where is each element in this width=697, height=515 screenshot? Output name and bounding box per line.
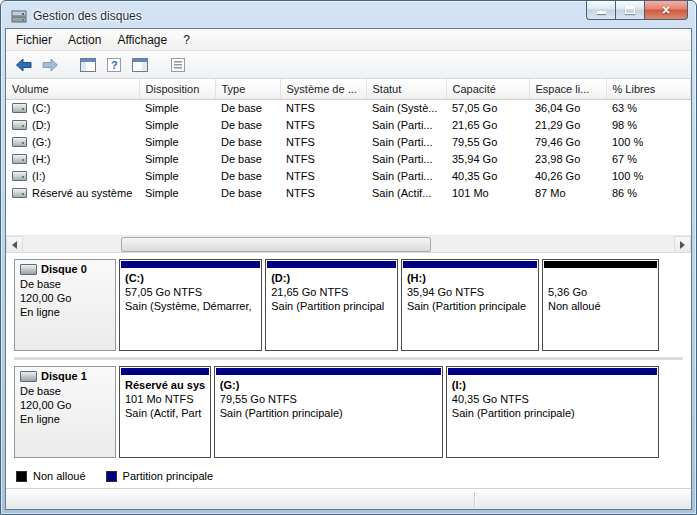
volume-cell: (I:) [6,167,139,184]
help-icon: ? [106,58,122,72]
forward-icon [41,58,59,72]
partition-color-band [121,368,209,375]
back-button[interactable] [12,53,36,77]
status-cell: Sain (Systè... [366,99,446,116]
volume-cell: Réservé au système [6,184,139,201]
disk-1-row: Disque 1 De base 120,00 Go En ligne Rése… [14,362,683,462]
export-list-button[interactable] [166,53,190,77]
percentfree-cell: 100 % [606,133,691,150]
filesystem-cell: NTFS [280,184,366,201]
close-icon: × [662,3,670,17]
volume-row-c[interactable]: (C:) Simple De base NTFS Sain (Systè... … [6,99,691,116]
disk-1-label[interactable]: Disque 1 De base 120,00 Go En ligne [14,366,116,458]
partition-system-reserved[interactable]: Réservé au sys 101 Mo NTFS Sain (Actif, … [119,366,211,458]
percentfree-cell: 100 % [606,167,691,184]
partition-color-band [403,261,537,268]
freespace-cell: 79,46 Go [529,133,606,150]
partition-size: 57,05 Go NTFS [125,285,256,299]
percentfree-cell: 98 % [606,116,691,133]
toolbar: ? [6,51,691,79]
capacity-cell: 40,35 Go [446,167,529,184]
partition-color-band [267,261,396,268]
partition-label: (H:) [407,271,533,285]
forward-button[interactable] [38,53,62,77]
status-bar [6,488,691,509]
window-controls: × [586,1,688,20]
volume-cell: (D:) [6,116,139,133]
type-cell: De base [215,116,280,133]
volume-row-h[interactable]: (H:) Simple De base NTFS Sain (Parti... … [6,150,691,167]
disk-icon [20,371,37,382]
partition-status: Sain (Partition principale) [452,406,653,420]
freespace-cell: 87 Mo [529,184,606,201]
partition-status: Sain (Partition principale) [220,406,437,420]
type-cell: De base [215,99,280,116]
close-button[interactable]: × [644,1,688,20]
menu-item-help[interactable]: ? [175,30,198,50]
app-icon [11,8,27,24]
partition-g[interactable]: (G:) 79,55 Go NTFS Sain (Partition princ… [214,366,443,458]
partition-d[interactable]: (D:) 21,65 Go NTFS Sain (Partition princ… [265,259,398,351]
capacity-cell: 101 Mo [446,184,529,201]
capacity-cell: 79,55 Go [446,133,529,150]
volume-cell: (H:) [6,150,139,167]
scroll-right-button[interactable] [674,236,691,253]
minimize-button[interactable] [586,1,615,20]
menu-item-action[interactable]: Action [60,30,109,50]
volume-row-g[interactable]: (G:) Simple De base NTFS Sain (Parti... … [6,133,691,150]
unallocated-swatch [16,471,27,482]
drive-icon [12,120,27,130]
partition-status: Sain (Actif, Part [125,406,205,420]
column-header-freespace[interactable]: Espace li... [529,79,606,99]
disk-0-label[interactable]: Disque 0 De base 120,00 Go En ligne [14,259,116,351]
column-header-percentfree[interactable]: % Libres [606,79,691,99]
title-bar[interactable]: Gestion des disques × [5,1,692,28]
client-area: Fichier Action Affichage ? [5,28,692,510]
partition-unallocated[interactable]: 5,36 Go Non alloué [542,259,659,351]
maximize-button[interactable] [615,1,644,20]
scroll-left-button[interactable] [6,236,23,253]
help-button[interactable]: ? [102,53,126,77]
column-header-filesystem[interactable]: Système de ... [280,79,366,99]
volume-table: Volume Disposition Type Système de ... S… [6,79,691,201]
status-cell: Sain (Parti... [366,116,446,133]
volume-row-system-reserved[interactable]: Réservé au système Simple De base NTFS S… [6,184,691,201]
menu-item-affichage[interactable]: Affichage [109,30,175,50]
volume-row-i[interactable]: (I:) Simple De base NTFS Sain (Parti... … [6,167,691,184]
menu-item-fichier[interactable]: Fichier [8,30,60,50]
freespace-cell: 21,29 Go [529,116,606,133]
drive-icon [12,154,27,164]
partition-size: 79,55 Go NTFS [220,392,437,406]
percentfree-cell: 86 % [606,184,691,201]
partition-label: Réservé au sys [125,378,205,392]
partition-label: (I:) [452,378,653,392]
partition-c[interactable]: (C:) 57,05 Go NTFS Sain (Système, Démarr… [119,259,262,351]
legend-item-unallocated: Non alloué [16,470,86,482]
drive-icon [12,137,27,147]
back-icon [15,58,33,72]
disk-management-window: Gestion des disques × Fichier Action Aff… [0,0,697,515]
column-header-volume[interactable]: Volume [6,79,139,99]
status-cell: Sain (Parti... [366,167,446,184]
partition-status: Non alloué [548,299,653,313]
column-header-disposition[interactable]: Disposition [139,79,215,99]
partition-label: (C:) [125,271,256,285]
column-header-type[interactable]: Type [215,79,280,99]
partition-size: 35,94 Go NTFS [407,285,533,299]
show-console-tree-button[interactable] [76,53,100,77]
partition-i[interactable]: (I:) 40,35 Go NTFS Sain (Partition princ… [446,366,659,458]
partition-label: (D:) [271,271,392,285]
partition-h[interactable]: (H:) 35,94 Go NTFS Sain (Partition princ… [401,259,539,351]
volume-list-pane: Volume Disposition Type Système de ... S… [6,79,691,235]
show-action-pane-button[interactable] [128,53,152,77]
status-cell: Sain (Parti... [366,133,446,150]
scroll-thumb[interactable] [121,237,431,252]
column-header-capacity[interactable]: Capacité [446,79,529,99]
column-header-status[interactable]: Statut [366,79,446,99]
graphical-view-pane: Disque 0 De base 120,00 Go En ligne (C:)… [6,252,691,464]
volume-row-d[interactable]: (D:) Simple De base NTFS Sain (Parti... … [6,116,691,133]
disk-size: 120,00 Go [20,291,110,305]
status-cell: Sain (Parti... [366,150,446,167]
partition-color-band [121,261,260,268]
horizontal-scrollbar[interactable] [6,235,691,252]
